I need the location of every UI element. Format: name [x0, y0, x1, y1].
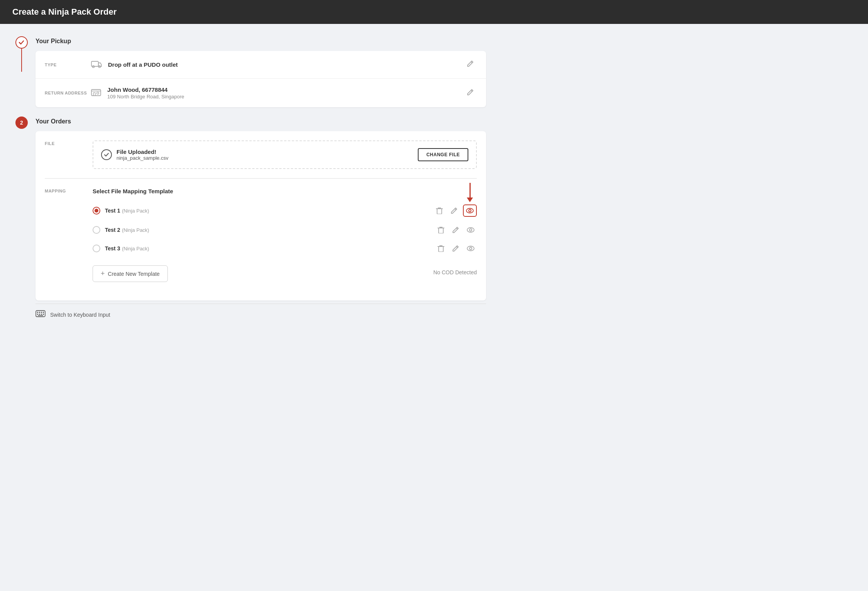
- mapping-value-col: Select File Mapping Template Test 1 (Nin…: [93, 188, 477, 282]
- template-edit-3[interactable]: [450, 243, 461, 253]
- file-value-col: File Uploaded! ninja_pack_sample.csv CHA…: [93, 140, 477, 169]
- mapping-header: Select File Mapping Template: [93, 188, 477, 194]
- plus-icon: +: [101, 270, 105, 278]
- template-row-2: Test 2 (Ninja Pack): [93, 221, 477, 239]
- template-view-1[interactable]: [463, 204, 477, 217]
- svg-point-10: [467, 246, 474, 251]
- return-address-label: RETURN ADDRESS: [45, 91, 91, 95]
- checkmark-icon: [19, 39, 25, 46]
- svg-rect-0: [91, 61, 98, 66]
- type-value: Drop off at a PUDO outlet: [108, 61, 464, 68]
- keyboard-icon: [35, 310, 46, 319]
- svg-rect-20: [43, 314, 44, 315]
- divider: [45, 178, 477, 179]
- step1-title: Your Pickup: [35, 36, 486, 45]
- step2-circle: 2: [15, 117, 28, 129]
- type-edit-button[interactable]: [464, 59, 477, 71]
- file-check-icon: [101, 149, 112, 160]
- template-edit-2[interactable]: [450, 225, 461, 235]
- svg-rect-17: [37, 314, 38, 315]
- template-name-1: Test 1 (Ninja Pack): [105, 207, 149, 214]
- template-row-1: Test 1 (Ninja Pack): [93, 201, 477, 221]
- file-info: File Uploaded! ninja_pack_sample.csv: [117, 149, 168, 161]
- mapping-field-row: MAPPING Select File Mapping Template Tes…: [45, 188, 477, 282]
- page-header: Create a Ninja Pack Order: [0, 0, 868, 24]
- step1-row: Your Pickup TYPE Drop off at a PU: [15, 36, 486, 117]
- template-name-text-1: Test 1: [105, 208, 120, 214]
- svg-rect-16: [43, 312, 44, 313]
- svg-rect-3: [91, 89, 101, 96]
- step2-number: 2: [20, 120, 23, 126]
- keyboard-label: Switch to Keyboard Input: [50, 312, 110, 318]
- template-delete-2[interactable]: [435, 225, 447, 235]
- file-uploaded-info: File Uploaded! ninja_pack_sample.csv: [101, 149, 168, 161]
- mapping-label-col: MAPPING: [45, 188, 83, 193]
- template-name-3: Test 3 (Ninja Pack): [105, 245, 149, 252]
- template-delete-1[interactable]: [434, 206, 445, 216]
- template-view-3[interactable]: [464, 243, 477, 254]
- step1-circle: [15, 36, 28, 49]
- type-row: TYPE Drop off at a PUDO outlet: [35, 51, 486, 79]
- svg-rect-15: [41, 312, 42, 313]
- template-edit-1[interactable]: [448, 206, 460, 216]
- svg-rect-18: [39, 314, 40, 315]
- file-name: ninja_pack_sample.csv: [117, 155, 168, 161]
- file-status: File Uploaded!: [117, 149, 168, 155]
- svg-point-8: [467, 228, 474, 232]
- svg-rect-4: [93, 93, 95, 96]
- arrow-head: [467, 198, 473, 202]
- template-type-1: (Ninja Pack): [122, 208, 149, 214]
- change-file-button[interactable]: CHANGE FILE: [418, 148, 468, 161]
- bottom-row: + Create New Template No COD Detected: [93, 262, 477, 282]
- template-row-3: Test 3 (Ninja Pack): [93, 239, 477, 258]
- type-label: TYPE: [45, 62, 91, 67]
- step2-title: Your Orders: [35, 117, 486, 125]
- keyboard-row: Switch to Keyboard Input: [35, 304, 486, 325]
- svg-point-7: [469, 209, 471, 212]
- step-line: [21, 49, 22, 72]
- svg-point-2: [99, 66, 101, 68]
- template-delete-3[interactable]: [435, 243, 447, 253]
- template-name-text-2: Test 2: [105, 227, 120, 233]
- orders-card: FILE File Uploaded!: [35, 131, 486, 301]
- template-name-text-3: Test 3: [105, 245, 120, 252]
- file-label: FILE: [45, 141, 83, 146]
- step1-content: Your Pickup TYPE Drop off at a PU: [35, 36, 486, 117]
- no-cod-label: No COD Detected: [433, 269, 477, 275]
- template-view-2[interactable]: [464, 225, 477, 235]
- svg-rect-5: [97, 92, 99, 94]
- file-label-col: FILE: [45, 140, 83, 146]
- svg-point-6: [466, 208, 473, 213]
- pickup-card: TYPE Drop off at a PUDO outlet: [35, 51, 486, 107]
- template-radio-1[interactable]: [93, 207, 100, 214]
- return-address-value: John Wood, 66778844 109 North Bridge Roa…: [107, 86, 464, 100]
- template-name-2: Test 2 (Ninja Pack): [105, 226, 149, 233]
- svg-point-9: [469, 229, 472, 231]
- template-actions-2: [435, 225, 477, 235]
- file-upload-box: File Uploaded! ninja_pack_sample.csv CHA…: [93, 140, 477, 169]
- template-radio-2[interactable]: [93, 226, 100, 234]
- step2-row: 2 Your Orders FILE: [15, 117, 486, 334]
- return-street: 109 North Bridge Road, Singapore: [107, 94, 464, 100]
- file-field-row: FILE File Uploaded!: [45, 140, 477, 169]
- create-template-button[interactable]: + Create New Template: [93, 265, 168, 282]
- template-type-2: (Ninja Pack): [122, 227, 149, 233]
- return-name: John Wood, 66778844: [107, 86, 464, 93]
- page-title: Create a Ninja Pack Order: [12, 7, 856, 17]
- type-text: Drop off at a PUDO outlet: [108, 61, 464, 68]
- svg-rect-14: [39, 312, 40, 313]
- return-address-edit-button[interactable]: [464, 87, 477, 99]
- create-template-label: Create New Template: [108, 271, 160, 277]
- svg-rect-13: [37, 312, 38, 313]
- svg-point-1: [93, 66, 95, 68]
- step2-connector: 2: [15, 117, 28, 129]
- mapping-label: MAPPING: [45, 189, 83, 193]
- building-icon: [91, 88, 101, 98]
- truck-icon: [91, 59, 102, 70]
- return-address-row: RETURN ADDRESS John Wood, 66778844 109 N…: [35, 79, 486, 107]
- radio-inner-1: [95, 209, 98, 213]
- step1-connector: [15, 36, 28, 72]
- svg-rect-19: [41, 314, 42, 315]
- svg-point-11: [469, 247, 472, 250]
- template-radio-3[interactable]: [93, 245, 100, 252]
